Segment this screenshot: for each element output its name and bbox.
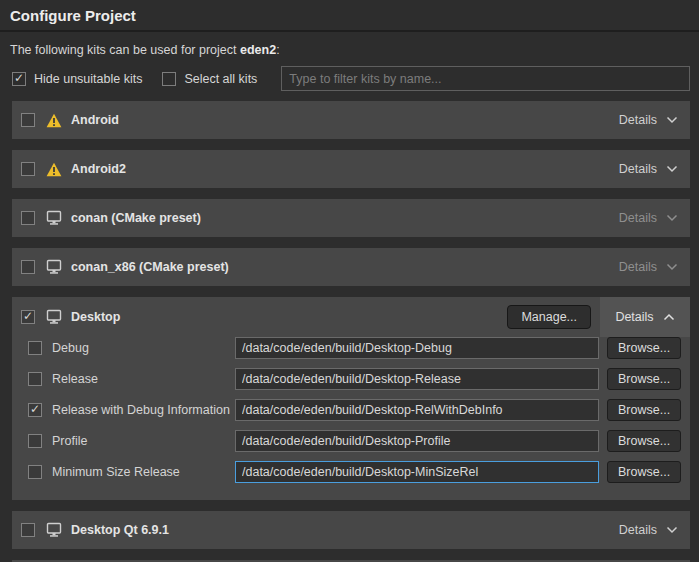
build-path-input[interactable] <box>235 368 599 390</box>
kit-row-android[interactable]: ✓ Android Details <box>12 101 690 139</box>
browse-button[interactable]: Browse... <box>607 399 681 421</box>
build-config-checkbox[interactable]: ✓ <box>28 341 42 355</box>
kit-row-desktop-qt[interactable]: ✓ Desktop Qt 6.9.1 Details <box>12 511 690 549</box>
kit-checkbox[interactable]: ✓ <box>21 260 35 274</box>
warning-icon <box>46 113 62 128</box>
browse-button[interactable]: Browse... <box>607 461 681 483</box>
desktop-icon <box>45 309 62 325</box>
chevron-down-icon <box>666 116 678 124</box>
build-config-row-profile: ✓ Profile Browse... <box>12 430 681 452</box>
kit-checkbox[interactable]: ✓ <box>21 523 35 537</box>
chevron-down-icon <box>666 263 678 271</box>
chevron-up-icon <box>663 310 675 324</box>
desktop-icon <box>46 259 62 275</box>
chevron-down-icon <box>666 526 678 534</box>
build-config-row-relwithdebinfo: ✓ Release with Debug Information Browse.… <box>12 399 681 421</box>
details-button: Details <box>619 260 678 274</box>
kit-row-desktop[interactable]: ✓ Desktop Manage... Details <box>12 297 690 337</box>
browse-button[interactable]: Browse... <box>607 368 681 390</box>
kit-checkbox[interactable]: ✓ <box>21 211 35 225</box>
kit-list: ✓ Android Details ✓ Android2 Details ✓ <box>0 101 699 562</box>
intro-suffix: : <box>276 43 279 57</box>
details-button-expanded[interactable]: Details <box>600 297 690 337</box>
warning-icon <box>45 162 62 177</box>
kit-filter-input[interactable] <box>281 66 690 91</box>
browse-button[interactable]: Browse... <box>607 337 681 359</box>
kit-name: conan (CMake preset) <box>71 211 201 225</box>
build-path-input[interactable] <box>235 430 599 452</box>
kit-name: Android2 <box>71 162 126 176</box>
checkbox-box[interactable]: ✓ <box>12 72 26 86</box>
checkbox-box[interactable]: ✓ <box>162 72 176 86</box>
details-button: Details <box>619 211 678 225</box>
build-path-input-focused[interactable] <box>235 461 599 483</box>
hide-unsuitable-kits-checkbox[interactable]: ✓ Hide unsuitable kits <box>12 72 142 86</box>
page-title: Configure Project <box>0 0 699 32</box>
build-config-row-release: ✓ Release Browse... <box>12 368 681 390</box>
build-path-input[interactable] <box>235 399 599 421</box>
desktop-icon <box>46 309 62 325</box>
build-config-label: Debug <box>52 341 235 355</box>
kit-checkbox[interactable]: ✓ <box>21 162 35 176</box>
desktop-icon <box>45 522 62 538</box>
build-path-input[interactable] <box>235 337 599 359</box>
kit-name: Android <box>71 113 119 127</box>
chevron-down-icon <box>666 214 678 222</box>
manage-button[interactable]: Manage... <box>507 305 591 329</box>
build-config-label: Profile <box>52 434 235 448</box>
filter-bar: ✓ Hide unsuitable kits ✓ Select all kits <box>12 66 690 91</box>
chevron-up-icon <box>663 313 675 321</box>
desktop-icon <box>45 259 62 275</box>
select-all-kits-label: Select all kits <box>184 72 257 86</box>
intro-text: The following kits can be used for proje… <box>10 43 689 57</box>
kit-name: Desktop <box>71 310 120 324</box>
kit-checkbox[interactable]: ✓ <box>21 310 35 324</box>
build-config-checkbox[interactable]: ✓ <box>28 372 42 386</box>
chevron-down-icon <box>666 526 678 534</box>
details-button[interactable]: Details <box>619 523 678 537</box>
project-name: eden2 <box>240 43 276 57</box>
kit-section-desktop: ✓ Desktop Manage... Details ✓ Debug Brow… <box>12 297 690 500</box>
chevron-down-icon <box>666 116 678 124</box>
build-config-label: Minimum Size Release <box>52 465 235 479</box>
build-config-checkbox[interactable]: ✓ <box>28 403 42 417</box>
build-config-checkbox[interactable]: ✓ <box>28 465 42 479</box>
kit-name: Desktop Qt 6.9.1 <box>71 523 169 537</box>
details-button[interactable]: Details <box>619 113 678 127</box>
desktop-icon <box>46 210 62 226</box>
chevron-down-icon <box>666 214 678 222</box>
browse-button[interactable]: Browse... <box>607 430 681 452</box>
desktop-icon <box>46 522 62 538</box>
intro-prefix: The following kits can be used for proje… <box>10 43 240 57</box>
kit-checkbox[interactable]: ✓ <box>21 113 35 127</box>
warning-icon <box>45 113 62 128</box>
details-button[interactable]: Details <box>619 162 678 176</box>
select-all-kits-checkbox[interactable]: ✓ Select all kits <box>162 72 257 86</box>
kit-name: conan_x86 (CMake preset) <box>71 260 229 274</box>
kit-row-android2[interactable]: ✓ Android2 Details <box>12 150 690 188</box>
build-config-label: Release <box>52 372 235 386</box>
warning-icon <box>46 162 62 177</box>
chevron-down-icon <box>666 263 678 271</box>
chevron-down-icon <box>666 165 678 173</box>
kit-row-conan-x86[interactable]: ✓ conan_x86 (CMake preset) Details <box>12 248 690 286</box>
desktop-icon <box>45 210 62 226</box>
kit-row-conan[interactable]: ✓ conan (CMake preset) Details <box>12 199 690 237</box>
hide-unsuitable-kits-label: Hide unsuitable kits <box>34 72 142 86</box>
build-config-checkbox[interactable]: ✓ <box>28 434 42 448</box>
build-config-row-debug: ✓ Debug Browse... <box>12 337 681 359</box>
build-config-label: Release with Debug Information <box>52 403 235 417</box>
build-config-row-minsizerel: ✓ Minimum Size Release Browse... <box>12 461 681 483</box>
chevron-down-icon <box>666 165 678 173</box>
